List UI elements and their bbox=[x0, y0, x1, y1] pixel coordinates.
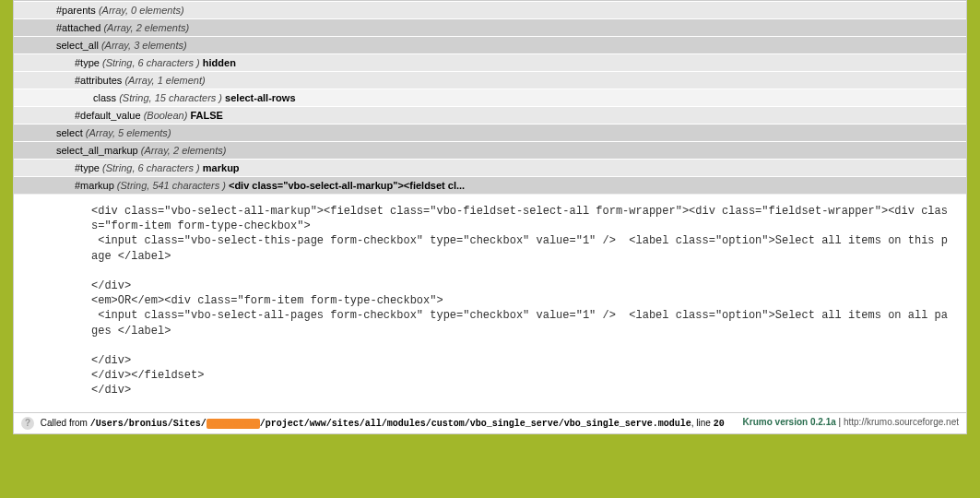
node-select-all-attributes[interactable]: #attributes (Array, 1 element) bbox=[14, 71, 966, 89]
node-sam-type[interactable]: #type (String, 6 characters ) markup bbox=[14, 159, 966, 176]
node-select-all-type[interactable]: #type (String, 6 characters ) hidden bbox=[14, 53, 966, 71]
node-attributes-class[interactable]: class (String, 15 characters ) select-al… bbox=[14, 89, 966, 106]
node-select-all-markup[interactable]: select_all_markup (Array, 2 elements) bbox=[14, 141, 966, 159]
krumo-link[interactable]: http://krumo.sourceforge.net bbox=[844, 417, 959, 427]
markup-body: <div class="vbo-select-all-markup"><fiel… bbox=[14, 194, 966, 412]
krumo-footer: Krumo version 0.2.1a | http://krumo.sour… bbox=[14, 412, 966, 433]
node-select-all[interactable]: select_all (Array, 3 elements) bbox=[14, 36, 966, 53]
help-icon[interactable]: ? bbox=[21, 417, 34, 430]
node-default-value[interactable]: #default_value (Boolean) FALSE bbox=[14, 106, 966, 124]
node-sam-markup[interactable]: #markup (String, 541 characters ) <div c… bbox=[14, 176, 966, 194]
node-select[interactable]: select (Array, 5 elements) bbox=[14, 124, 966, 141]
node-parents[interactable]: #parents (Array, 0 elements) bbox=[14, 1, 966, 18]
krumo-version-label: Krumo version 0.2.1a bbox=[743, 417, 836, 427]
node-attached[interactable]: #attached (Array, 2 elements) bbox=[14, 18, 966, 36]
